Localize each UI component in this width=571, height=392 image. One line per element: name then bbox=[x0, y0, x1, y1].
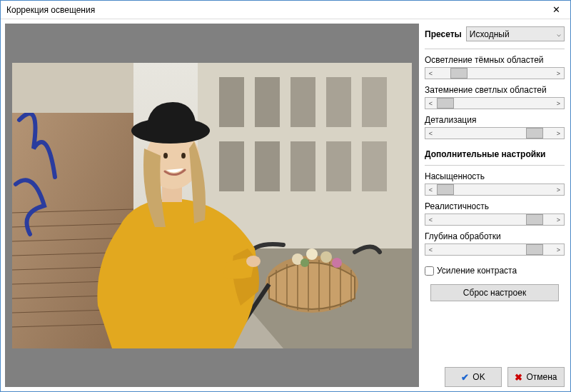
svg-point-41 bbox=[246, 256, 261, 267]
svg-point-38 bbox=[300, 258, 309, 267]
advanced-header: Дополнительные настройки bbox=[425, 149, 565, 159]
slider-left-arrow[interactable]: < bbox=[425, 68, 436, 79]
slider-left-arrow[interactable]: < bbox=[425, 244, 436, 255]
slider-label: Затемнение светлых областей bbox=[425, 85, 565, 95]
separator bbox=[425, 165, 565, 166]
slider-label: Реалистичность bbox=[425, 201, 565, 211]
slider-left-arrow[interactable]: < bbox=[425, 98, 436, 109]
controls-panel: Пресеты Исходный ⌵ Осветление тёмных обл… bbox=[423, 24, 566, 387]
svg-rect-3 bbox=[255, 77, 280, 127]
slider-label: Детализация bbox=[425, 115, 565, 125]
svg-rect-7 bbox=[219, 141, 244, 191]
reset-button[interactable]: Сброс настроек bbox=[430, 284, 559, 301]
slider-thumb[interactable] bbox=[526, 214, 543, 225]
slider-thumb[interactable] bbox=[450, 68, 468, 79]
separator bbox=[425, 49, 565, 49]
svg-rect-10 bbox=[326, 141, 351, 191]
slider-track[interactable]: < > bbox=[425, 67, 565, 79]
slider-thumb[interactable] bbox=[437, 98, 454, 109]
titlebar: Коррекция освещения ✕ bbox=[1, 1, 570, 19]
cancel-label: Отмена bbox=[526, 372, 557, 382]
cancel-button[interactable]: ✖ Отмена bbox=[507, 367, 565, 387]
svg-rect-5 bbox=[326, 77, 351, 127]
slider-right-arrow[interactable]: > bbox=[553, 214, 564, 225]
slider-label: Глубина обработки bbox=[425, 231, 565, 241]
svg-point-35 bbox=[306, 248, 318, 260]
slider-depth: Глубина обработки < > bbox=[425, 231, 565, 256]
svg-point-37 bbox=[332, 258, 342, 268]
slider-right-arrow[interactable]: > bbox=[553, 244, 564, 255]
preview-image bbox=[12, 63, 412, 348]
slider-saturation: Насыщенность < > bbox=[425, 171, 565, 196]
svg-point-45 bbox=[163, 153, 168, 159]
dialog-body: Пресеты Исходный ⌵ Осветление тёмных обл… bbox=[1, 19, 570, 391]
slider-left-arrow[interactable]: < bbox=[425, 128, 436, 139]
slider-thumb[interactable] bbox=[437, 184, 454, 195]
check-icon: ✔ bbox=[461, 372, 469, 383]
svg-point-36 bbox=[320, 251, 332, 263]
slider-realism: Реалистичность < > bbox=[425, 201, 565, 226]
image-preview-area bbox=[5, 24, 419, 387]
slider-right-arrow[interactable]: > bbox=[553, 184, 564, 195]
slider-left-arrow[interactable]: < bbox=[425, 184, 436, 195]
slider-thumb[interactable] bbox=[526, 244, 543, 255]
reset-label: Сброс настроек bbox=[463, 288, 526, 298]
slider-track[interactable]: < > bbox=[425, 127, 565, 139]
slider-track[interactable]: < > bbox=[425, 213, 565, 226]
slider-right-arrow[interactable]: > bbox=[553, 128, 564, 139]
slider-label: Насыщенность bbox=[425, 171, 565, 181]
svg-rect-4 bbox=[290, 77, 315, 127]
svg-rect-24 bbox=[12, 63, 133, 113]
slider-left-arrow[interactable]: < bbox=[425, 214, 436, 225]
close-icon: ✕ bbox=[552, 4, 560, 15]
presets-row: Пресеты Исходный ⌵ bbox=[425, 26, 565, 41]
dialog-window: Коррекция освещения ✕ bbox=[0, 0, 571, 392]
slider-right-arrow[interactable]: > bbox=[553, 68, 564, 79]
svg-rect-11 bbox=[362, 141, 387, 191]
presets-selected-value: Исходный bbox=[470, 29, 510, 39]
slider-lighten-dark: Осветление тёмных областей < > bbox=[425, 55, 565, 79]
footer-buttons: ✔ OK ✖ Отмена bbox=[425, 367, 565, 387]
slider-right-arrow[interactable]: > bbox=[553, 98, 564, 109]
svg-rect-6 bbox=[362, 77, 387, 127]
close-button[interactable]: ✕ bbox=[542, 1, 570, 19]
svg-point-46 bbox=[181, 153, 186, 159]
slider-track[interactable]: < > bbox=[425, 184, 565, 196]
contrast-checkbox-row: Усиление контраста bbox=[425, 266, 565, 276]
svg-rect-8 bbox=[255, 141, 280, 191]
ok-label: OK bbox=[473, 372, 485, 382]
presets-label: Пресеты bbox=[425, 29, 462, 39]
window-title: Коррекция освещения bbox=[6, 5, 95, 15]
spacer bbox=[425, 307, 565, 356]
slider-detail: Детализация < > bbox=[425, 115, 565, 139]
ok-button[interactable]: ✔ OK bbox=[445, 367, 502, 387]
slider-darken-light: Затемнение светлых областей < > bbox=[425, 85, 565, 109]
contrast-checkbox[interactable] bbox=[425, 266, 434, 276]
cross-icon: ✖ bbox=[515, 372, 522, 383]
slider-track[interactable]: < > bbox=[425, 243, 565, 256]
svg-rect-2 bbox=[219, 77, 244, 127]
svg-rect-9 bbox=[290, 141, 315, 191]
slider-label: Осветление тёмных областей bbox=[425, 55, 565, 65]
chevron-down-icon: ⌵ bbox=[557, 30, 561, 38]
slider-track[interactable]: < > bbox=[425, 97, 565, 109]
contrast-label: Усиление контраста bbox=[437, 266, 517, 276]
presets-dropdown[interactable]: Исходный ⌵ bbox=[466, 26, 565, 41]
slider-thumb[interactable] bbox=[526, 128, 543, 139]
